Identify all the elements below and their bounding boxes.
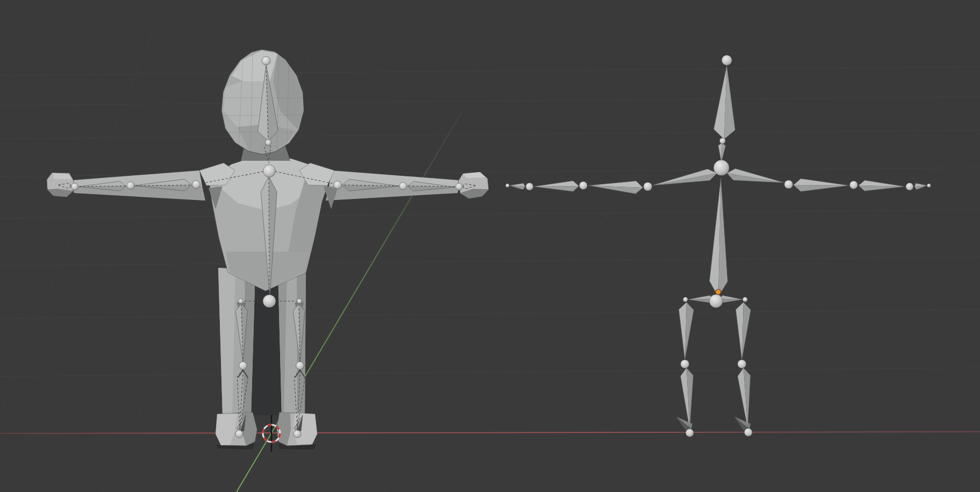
bone-joint-sphere	[526, 183, 533, 190]
bone-joint-sphere	[263, 295, 276, 308]
bone-joint-sphere	[580, 182, 588, 190]
object-origin-dot	[716, 289, 721, 295]
bone-joint-sphere	[906, 183, 913, 190]
bone-joint-sphere	[296, 362, 304, 370]
bone-joint-sphere	[506, 184, 510, 188]
bone-joint-sphere	[192, 181, 201, 189]
bone-joint-sphere	[681, 360, 689, 368]
viewport-stage	[0, 0, 980, 492]
bone-joint-sphere	[334, 181, 342, 189]
bone-joint-sphere	[745, 429, 753, 437]
bone-joint-sphere	[743, 297, 748, 302]
bone-joint-sphere	[850, 181, 858, 189]
bone-joint-sphere	[266, 140, 271, 146]
bone-joint-sphere	[294, 430, 301, 438]
bone-joint-sphere	[714, 160, 729, 176]
bone-joint-sphere	[722, 55, 732, 66]
bone-joint-sphere	[456, 183, 463, 190]
bone-joint-sphere	[127, 182, 134, 189]
viewport-canvas[interactable]	[0, 0, 980, 492]
bone-joint-sphere	[239, 362, 247, 370]
bone-joint-sphere	[927, 184, 931, 188]
bone-joint-sphere	[738, 360, 746, 368]
bone-joint-sphere	[683, 297, 688, 302]
bone-joint-sphere	[235, 430, 243, 438]
bone-joint-sphere	[297, 299, 302, 304]
bone-joint-sphere	[239, 299, 244, 304]
bone-joint-sphere	[686, 429, 694, 437]
bone-joint-sphere	[643, 182, 652, 191]
bone-joint-sphere	[399, 182, 407, 190]
bone-joint-sphere	[784, 180, 793, 189]
bone-joint-sphere	[71, 183, 78, 190]
bone-joint-sphere	[263, 165, 276, 177]
bone-joint-sphere	[710, 295, 723, 308]
bone-joint-sphere	[262, 56, 270, 65]
bone-joint-sphere	[720, 138, 726, 144]
